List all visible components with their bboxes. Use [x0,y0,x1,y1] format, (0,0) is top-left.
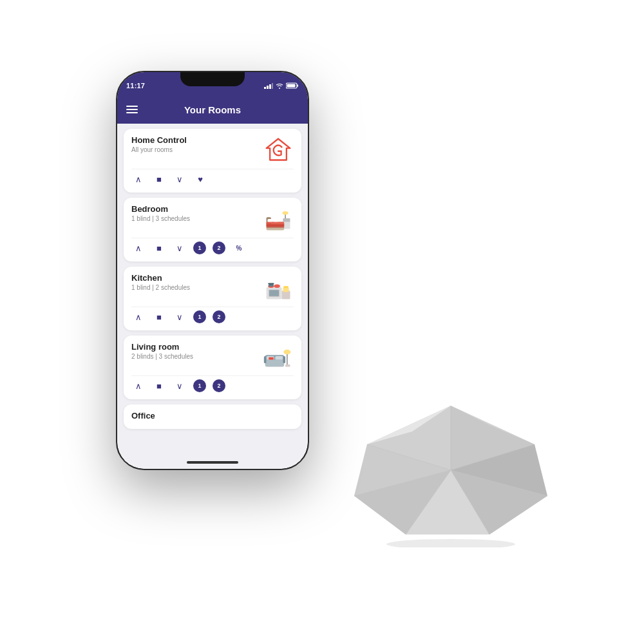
svg-rect-30 [275,356,283,360]
room-subtitle-living: 2 blinds | 3 schedules [131,353,193,360]
living-room-illustration [263,341,294,372]
living-schedule-1[interactable]: 1 [193,379,206,392]
svg-rect-31 [264,356,267,363]
signal-icon [264,82,273,89]
phone: 11:17 [116,71,309,470]
kitchen-controls: ∧ ■ ∨ 1 2 [131,307,294,324]
svg-rect-27 [265,359,285,367]
bedroom-controls: ∧ ■ ∨ 1 2 % [131,238,294,255]
status-icons [264,82,299,89]
room-info-office: Office [131,411,155,422]
bedroom-icon [263,204,294,232]
favorite-button[interactable]: ♥ [193,172,207,186]
svg-point-34 [283,350,290,354]
living-up-button[interactable]: ∧ [131,379,146,393]
svg-point-21 [274,284,280,288]
svg-rect-24 [282,291,290,299]
room-name-home: Home Control [131,135,187,145]
room-card-office: Office [124,404,301,429]
room-name-living: Living room [131,342,193,352]
menu-button[interactable] [126,106,138,113]
svg-rect-0 [264,87,266,89]
room-name-office: Office [131,411,155,421]
wifi-icon [276,82,283,89]
svg-rect-16 [267,224,285,228]
bedroom-schedule-2[interactable]: 2 [213,242,225,254]
kitchen-schedule-1[interactable]: 1 [193,310,206,323]
bedroom-percent-button[interactable]: % [232,241,246,255]
room-subtitle-kitchen: 1 blind | 2 schedules [131,284,190,291]
status-time: 11:17 [126,82,145,90]
room-subtitle-home: All your rooms [131,146,187,153]
room-card-bedroom: Bedroom 1 blind | 3 schedules [124,198,301,261]
svg-rect-26 [283,286,288,288]
room-info-kitchen: Kitchen 1 blind | 2 schedules [131,273,190,291]
bedroom-down-button[interactable]: ∨ [173,241,187,255]
svg-rect-6 [287,84,296,88]
up-button[interactable]: ∧ [131,172,146,186]
living-room-icon [263,342,294,370]
living-down-button[interactable]: ∨ [173,379,187,393]
svg-rect-25 [283,287,289,292]
home-controls: ∧ ■ ∨ ♥ [131,169,294,186]
phone-notch [180,72,245,86]
stop-button[interactable]: ■ [152,172,166,186]
kitchen-down-button[interactable]: ∨ [173,310,187,324]
svg-rect-5 [297,85,298,87]
home-control-icon [263,135,294,164]
svg-rect-32 [283,356,285,363]
bedroom-illustration [263,203,294,234]
svg-rect-8 [283,218,290,222]
battery-icon [286,82,299,89]
scene: 11:17 [64,45,580,599]
kitchen-stop-button[interactable]: ■ [152,310,166,324]
svg-rect-23 [268,283,274,285]
kitchen-icon [263,273,294,301]
room-subtitle-bedroom: 1 blind | 3 schedules [131,215,190,222]
room-name-kitchen: Kitchen [131,273,190,283]
svg-rect-2 [269,84,271,89]
down-button[interactable]: ∨ [173,172,187,186]
page-title: Your Rooms [184,104,241,115]
svg-rect-1 [267,86,269,89]
living-schedule-2[interactable]: 2 [213,379,225,392]
living-controls: ∧ ■ ∨ 1 2 [131,375,294,393]
room-info-bedroom: Bedroom 1 blind | 3 schedules [131,204,190,222]
bedroom-stop-button[interactable]: ■ [152,241,166,255]
home-brand-icon [264,135,292,164]
room-name-bedroom: Bedroom [131,204,190,214]
home-indicator [187,461,238,464]
svg-point-54 [386,539,515,547]
bedroom-schedule-1[interactable]: 1 [193,242,206,254]
room-card-home-control: Home Control All your rooms [124,129,301,193]
svg-rect-19 [269,290,279,296]
kitchen-schedule-2[interactable]: 2 [213,310,225,323]
crystal-svg [348,393,554,547]
room-info-home: Home Control All your rooms [131,135,187,153]
app-header: Your Rooms [117,95,308,124]
svg-rect-3 [272,83,273,89]
svg-point-10 [282,211,288,215]
room-card-living-room: Living room 2 blinds | 3 schedules [124,336,301,399]
svg-rect-36 [285,365,290,367]
crystal-device [348,393,554,547]
living-stop-button[interactable]: ■ [152,379,166,393]
kitchen-up-button[interactable]: ∧ [131,310,146,324]
svg-rect-35 [269,357,273,360]
kitchen-illustration [263,272,294,303]
bedroom-up-button[interactable]: ∧ [131,241,146,255]
room-info-living: Living room 2 blinds | 3 schedules [131,342,193,360]
svg-rect-33 [287,352,288,365]
room-card-kitchen: Kitchen 1 blind | 2 schedules [124,267,301,330]
app-content: Home Control All your rooms [117,124,308,469]
